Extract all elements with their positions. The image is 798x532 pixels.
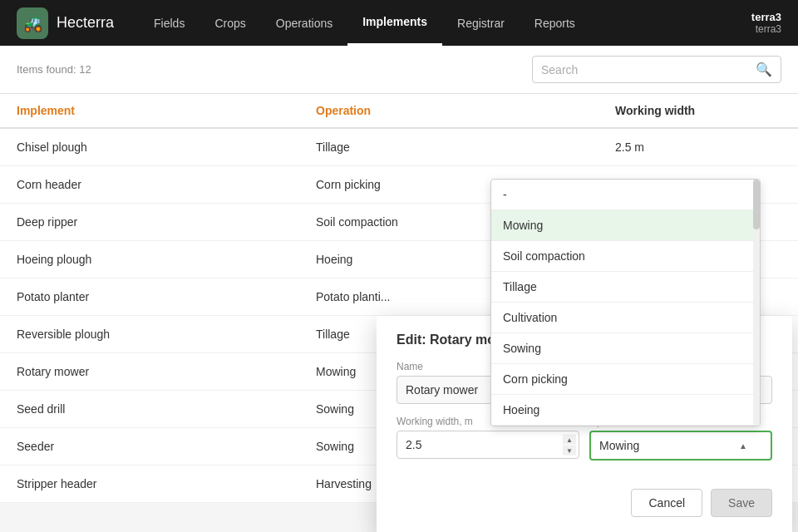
- nav-item-crops[interactable]: Crops: [200, 0, 260, 46]
- modal-buttons: Cancel Save: [397, 489, 772, 503]
- items-found-label: Items found: 12: [17, 63, 91, 76]
- navbar: 🚜 Hecterra Fields Crops Operations Imple…: [0, 0, 798, 46]
- col-implement: Implement: [0, 94, 299, 128]
- width-input[interactable]: [397, 431, 579, 459]
- dropdown-item[interactable]: Cultivation: [491, 303, 753, 333]
- nav-menu: Fields Crops Operations Implements Regis…: [139, 0, 751, 46]
- username: terra3: [751, 11, 781, 23]
- user-menu[interactable]: terra3 terra3: [751, 11, 781, 35]
- brand[interactable]: 🚜 Hecterra: [17, 7, 114, 39]
- cell-implement: Rotary mower: [0, 353, 299, 391]
- col-working-width: Working width: [598, 94, 798, 128]
- dropdown-scrollbar[interactable]: [753, 180, 760, 426]
- cell-implement: Seed drill: [0, 391, 299, 428]
- cell-implement: Potato planter: [0, 278, 299, 316]
- table-row[interactable]: Chisel plough Tillage 2.5 m: [0, 128, 798, 166]
- toolbar: Items found: 12 🔍: [0, 46, 798, 94]
- dropdown-item[interactable]: -: [491, 180, 753, 210]
- dropdown-item[interactable]: Sowing: [491, 333, 753, 364]
- cell-implement: Reversible plough: [0, 316, 299, 353]
- operation-dropdown-list[interactable]: -MowingSoil compactionTillageCultivation…: [490, 179, 761, 426]
- cell-implement: Deep ripper: [0, 204, 299, 241]
- col-operation: Operation: [299, 94, 598, 128]
- dropdown-scroll-container: -MowingSoil compactionTillageCultivation…: [491, 180, 760, 426]
- dropdown-item[interactable]: Hoeing: [491, 395, 753, 426]
- width-spinners: ▲ ▼: [563, 435, 576, 456]
- operation-select-wrapper[interactable]: Mowing ▲: [589, 431, 772, 461]
- width-decrement[interactable]: ▼: [563, 446, 576, 456]
- cell-implement: Corn header: [0, 166, 299, 204]
- brand-logo: 🚜: [17, 7, 48, 39]
- cell-implement: Seeder: [0, 428, 299, 466]
- nav-item-operations[interactable]: Operations: [261, 0, 347, 46]
- dropdown-item[interactable]: Mowing: [491, 210, 753, 241]
- cell-implement: Chisel plough: [0, 128, 299, 166]
- brand-name: Hecterra: [57, 14, 114, 32]
- dropdown-items: -MowingSoil compactionTillageCultivation…: [491, 180, 753, 426]
- nav-item-reports[interactable]: Reports: [520, 0, 590, 46]
- search-input[interactable]: [541, 63, 756, 76]
- nav-item-fields[interactable]: Fields: [139, 0, 200, 46]
- cell-implement: Stripper header: [0, 466, 299, 503]
- operation-select-display[interactable]: Mowing ▲: [589, 431, 772, 461]
- save-button[interactable]: Save: [711, 489, 772, 503]
- dropdown-item[interactable]: Tillage: [491, 272, 753, 303]
- search-icon: 🔍: [756, 62, 772, 77]
- width-input-wrapper: ▲ ▼: [397, 431, 579, 459]
- cell-implement: Hoeing plough: [0, 241, 299, 278]
- chevron-up-icon: ▲: [739, 441, 747, 451]
- nav-item-registrar[interactable]: Registrar: [442, 0, 520, 46]
- user-subname: terra3: [756, 23, 781, 35]
- cell-operation: Tillage: [299, 128, 598, 166]
- nav-item-implements[interactable]: Implements: [347, 0, 442, 46]
- dropdown-item[interactable]: Corn picking: [491, 364, 753, 395]
- dropdown-scrollbar-thumb[interactable]: [753, 180, 760, 229]
- search-box[interactable]: 🔍: [532, 56, 781, 83]
- width-increment[interactable]: ▲: [563, 435, 576, 445]
- cell-working-width: 2.5 m: [598, 128, 798, 166]
- dropdown-item[interactable]: Soil compaction: [491, 241, 753, 272]
- operation-selected-value: Mowing: [599, 439, 639, 452]
- cancel-button[interactable]: Cancel: [631, 489, 702, 503]
